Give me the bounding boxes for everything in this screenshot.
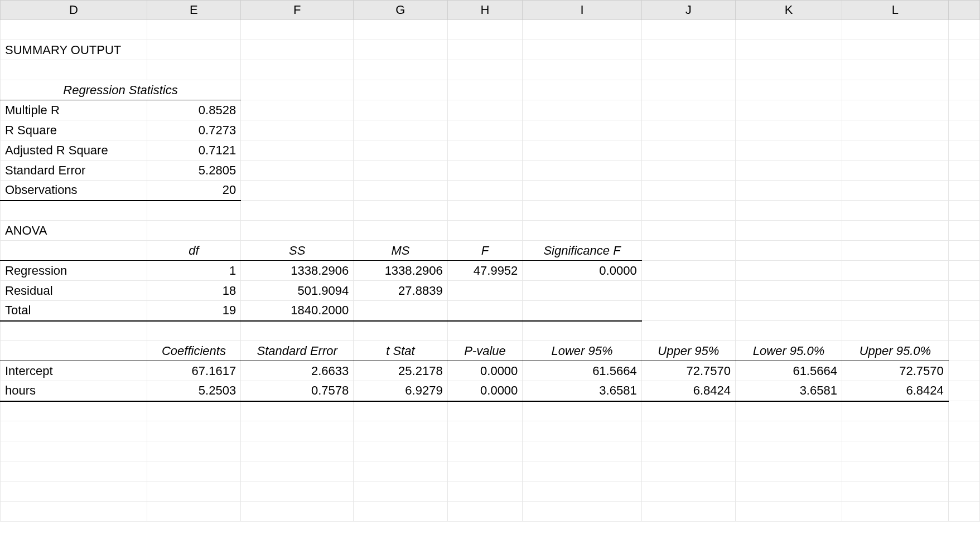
anova-residual-f[interactable] — [447, 281, 523, 301]
anova-residual-ss[interactable]: 501.9094 — [241, 281, 354, 301]
anova-residual-sigf[interactable] — [523, 281, 641, 301]
coef-header-pvalue[interactable]: P-value — [447, 341, 523, 361]
column-header-row: D E F G H I J K L — [1, 1, 980, 20]
col-header-E[interactable]: E — [147, 1, 240, 20]
coef-intercept-l95[interactable]: 61.5664 — [523, 361, 641, 381]
coef-header-blank[interactable] — [1, 341, 147, 361]
col-header-G[interactable]: G — [354, 1, 447, 20]
anova-residual-ms[interactable]: 27.8839 — [354, 281, 447, 301]
coef-intercept-t[interactable]: 25.2178 — [354, 361, 447, 381]
coef-intercept-u95[interactable]: 72.7570 — [641, 361, 735, 381]
anova-total-ms[interactable] — [354, 301, 447, 321]
anova-regression-sigf[interactable]: 0.0000 — [523, 261, 641, 281]
col-header-K[interactable]: K — [736, 1, 842, 20]
anova-residual-df[interactable]: 18 — [147, 281, 240, 301]
standard-error-label[interactable]: Standard Error — [1, 160, 147, 181]
coef-hours-u95[interactable]: 6.8424 — [641, 381, 735, 401]
anova-regression-ms[interactable]: 1338.2906 — [354, 261, 447, 281]
r-square-label[interactable]: R Square — [1, 120, 147, 140]
anova-residual-label[interactable]: Residual — [1, 281, 147, 301]
anova-total-label[interactable]: Total — [1, 301, 147, 321]
col-header-M[interactable] — [948, 1, 979, 20]
anova-header-df[interactable]: df — [147, 241, 240, 261]
anova-header-blank[interactable] — [1, 241, 147, 261]
anova-regression-ss[interactable]: 1338.2906 — [241, 261, 354, 281]
anova-title[interactable]: ANOVA — [1, 221, 147, 241]
coef-header-lower95b[interactable]: Lower 95.0% — [736, 341, 842, 361]
multiple-r-value[interactable]: 0.8528 — [147, 100, 240, 120]
coef-intercept-label[interactable]: Intercept — [1, 361, 147, 381]
col-header-H[interactable]: H — [447, 1, 523, 20]
anova-total-df[interactable]: 19 — [147, 301, 240, 321]
col-header-F[interactable]: F — [241, 1, 354, 20]
coef-hours-u95b[interactable]: 6.8424 — [842, 381, 948, 401]
multiple-r-label[interactable]: Multiple R — [1, 100, 147, 120]
coef-hours-p[interactable]: 0.0000 — [447, 381, 523, 401]
standard-error-value[interactable]: 5.2805 — [147, 160, 240, 181]
coef-hours-l95[interactable]: 3.6581 — [523, 381, 641, 401]
coef-hours-label[interactable]: hours — [1, 381, 147, 401]
col-header-J[interactable]: J — [641, 1, 735, 20]
anova-total-f[interactable] — [447, 301, 523, 321]
coef-intercept-coef[interactable]: 67.1617 — [147, 361, 240, 381]
anova-total-ss[interactable]: 1840.2000 — [241, 301, 354, 321]
coef-header-tstat[interactable]: t Stat — [354, 341, 447, 361]
anova-header-f[interactable]: F — [447, 241, 523, 261]
coef-hours-l95b[interactable]: 3.6581 — [736, 381, 842, 401]
spreadsheet-grid[interactable]: D E F G H I J K L SUMMARY OUTPUT Regress… — [0, 0, 980, 522]
coef-intercept-se[interactable]: 2.6633 — [241, 361, 354, 381]
coef-intercept-l95b[interactable]: 61.5664 — [736, 361, 842, 381]
coef-hours-coef[interactable]: 5.2503 — [147, 381, 240, 401]
coef-header-lower95[interactable]: Lower 95% — [523, 341, 641, 361]
summary-output-title[interactable]: SUMMARY OUTPUT — [1, 40, 147, 60]
observations-label[interactable]: Observations — [1, 181, 147, 201]
anova-regression-f[interactable]: 47.9952 — [447, 261, 523, 281]
coef-hours-se[interactable]: 0.7578 — [241, 381, 354, 401]
col-header-L[interactable]: L — [842, 1, 948, 20]
adjusted-r-square-label[interactable]: Adjusted R Square — [1, 140, 147, 160]
r-square-value[interactable]: 0.7273 — [147, 120, 240, 140]
anova-header-ss[interactable]: SS — [241, 241, 354, 261]
cell[interactable] — [1, 20, 147, 40]
coef-intercept-u95b[interactable]: 72.7570 — [842, 361, 948, 381]
anova-regression-label[interactable]: Regression — [1, 261, 147, 281]
anova-total-sigf[interactable] — [523, 301, 641, 321]
col-header-D[interactable]: D — [1, 1, 147, 20]
coef-header-upper95b[interactable]: Upper 95.0% — [842, 341, 948, 361]
coef-header-coefficients[interactable]: Coefficients — [147, 341, 240, 361]
anova-header-ms[interactable]: MS — [354, 241, 447, 261]
observations-value[interactable]: 20 — [147, 181, 240, 201]
adjusted-r-square-value[interactable]: 0.7121 — [147, 140, 240, 160]
coef-intercept-p[interactable]: 0.0000 — [447, 361, 523, 381]
coef-hours-t[interactable]: 6.9279 — [354, 381, 447, 401]
anova-header-sigf[interactable]: Significance F — [523, 241, 641, 261]
regression-statistics-header[interactable]: Regression Statistics — [1, 80, 241, 100]
coef-header-upper95[interactable]: Upper 95% — [641, 341, 735, 361]
anova-regression-df[interactable]: 1 — [147, 261, 240, 281]
col-header-I[interactable]: I — [523, 1, 641, 20]
coef-header-se[interactable]: Standard Error — [241, 341, 354, 361]
